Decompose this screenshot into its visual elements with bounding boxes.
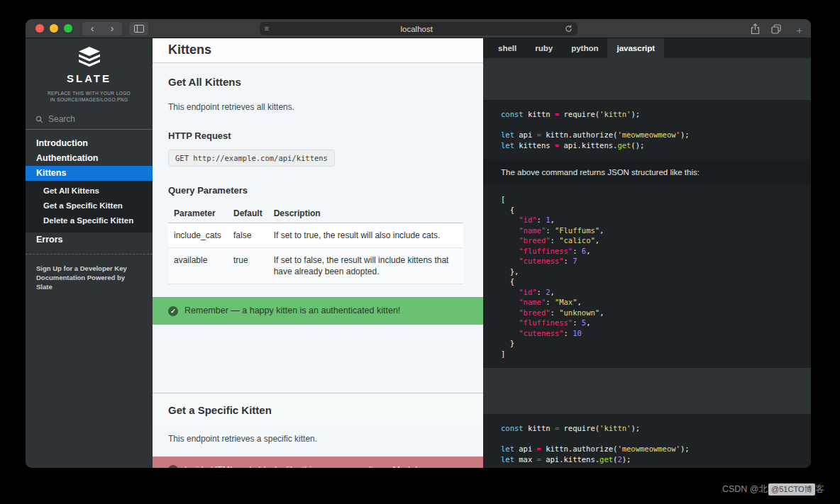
column-header: Description xyxy=(268,204,463,223)
titlebar-right-icons xyxy=(751,19,781,38)
share-icon[interactable] xyxy=(751,23,760,35)
code-line: "name": "Max", xyxy=(501,297,793,308)
slate-logo-icon xyxy=(75,47,104,68)
traffic-lights xyxy=(35,24,72,33)
section-heading-get-a-specific-kitten: Get a Specific Kitten xyxy=(153,393,483,425)
new-tab-button[interactable]: + xyxy=(797,26,802,35)
table-cell: include_cats xyxy=(168,223,228,248)
code-line xyxy=(501,120,793,130)
address-bar[interactable]: ≡ localhost xyxy=(260,22,578,35)
search-box xyxy=(26,114,153,130)
close-window-button[interactable] xyxy=(35,24,44,33)
code-panel: shell ruby python javascript const kittn… xyxy=(483,38,811,468)
sidebar-toggle-button[interactable] xyxy=(129,22,148,35)
code-block: const kittn = require('kittn'); let api … xyxy=(483,100,811,159)
table-cell: true xyxy=(228,248,268,284)
code-line: "id": 2, xyxy=(501,287,793,298)
history-nav: ‹ › xyxy=(82,22,122,35)
page-title: Kittens xyxy=(153,38,483,63)
section-spacer xyxy=(153,325,483,393)
code-line: let kittens = api.kittens.get(); xyxy=(501,140,793,151)
code-line: const kittn = require('kittn'); xyxy=(501,109,793,120)
watermark: CSDN @北@51CTO博客 xyxy=(722,483,824,495)
watermark-badge: @51CTO博 xyxy=(768,483,814,495)
doc-content: Kittens Get All Kittens This endpoint re… xyxy=(153,38,483,468)
lang-tab-javascript[interactable]: javascript xyxy=(607,38,664,58)
signup-developer-key-link[interactable]: Sign Up for a Developer Key xyxy=(36,264,142,273)
code-line xyxy=(501,434,793,444)
refresh-icon[interactable] xyxy=(565,25,573,33)
search-icon xyxy=(35,116,43,123)
forward-button[interactable]: › xyxy=(102,22,122,35)
titlebar: ‹ › ≡ localhost + xyxy=(26,19,811,38)
code-line: [ xyxy=(501,194,793,205)
sidebar-subitems: Get All Kittens Get a Specific Kitten De… xyxy=(26,181,153,233)
code-line: const kittn = require('kittn'); xyxy=(501,423,793,434)
table-cell: available xyxy=(168,248,228,284)
code-line: { xyxy=(501,205,793,215)
code-line: let api = kittn.authorize('meowmeowmeow'… xyxy=(501,444,793,454)
warning-text: Inside HTML code blocks like this one, y… xyxy=(184,464,468,468)
column-header: Default xyxy=(228,204,268,223)
code-panel-gap xyxy=(483,368,811,414)
table-row: available true If set to false, the resu… xyxy=(168,248,463,284)
language-selector: shell ruby python javascript xyxy=(483,38,811,58)
code-panel-gap xyxy=(483,58,811,100)
code-line: let api = kittn.authorize('meowmeowmeow'… xyxy=(501,130,793,140)
tab-overview-icon[interactable] xyxy=(771,24,781,34)
sidebar-icon xyxy=(134,25,144,33)
table-header-row: Parameter Default Description xyxy=(168,204,463,223)
back-button[interactable]: ‹ xyxy=(82,22,102,35)
column-header: Parameter xyxy=(168,204,228,223)
table-cell: false xyxy=(228,223,268,248)
code-line: { xyxy=(501,276,793,287)
search-input[interactable] xyxy=(48,114,143,124)
code-line: "cuteness": 7 xyxy=(501,256,793,267)
url-text: localhost xyxy=(269,25,565,33)
http-request-code: GET http://example.com/api/kittens xyxy=(168,150,335,167)
sidebar-footer: Sign Up for a Developer Key Documentatio… xyxy=(26,254,153,291)
success-text: Remember — a happy kitten is an authenti… xyxy=(184,305,400,317)
code-line: "breed": "calico", xyxy=(501,235,793,246)
code-blocks: const kittn = require('kittn'); let api … xyxy=(483,58,811,468)
sidebar: SLATE REPLACE THIS WITH YOUR LOGO IN SOU… xyxy=(26,38,153,468)
code-line: "breed": "unknown", xyxy=(501,308,793,318)
sidebar-item-introduction[interactable]: Introduction xyxy=(26,136,153,151)
section-description: This endpoint retrieves all kittens. xyxy=(168,102,463,112)
logo-note: REPLACE THIS WITH YOUR LOGO IN SOURCE/IM… xyxy=(26,90,153,103)
code-line: "name": "Fluffums", xyxy=(501,225,793,236)
table-cell: If set to true, the result will also inc… xyxy=(268,223,463,248)
check-circle-icon: ✓ xyxy=(168,306,178,316)
sidebar-subitem-delete-a-specific-kitten[interactable]: Delete a Specific Kitten xyxy=(26,213,153,228)
lang-tab-ruby[interactable]: ruby xyxy=(526,38,562,58)
code-block: [ { "id": 1, "name": "Fluffums", "breed"… xyxy=(483,185,811,368)
code-line: "id": 1, xyxy=(501,215,793,225)
code-line: }, xyxy=(501,267,793,277)
code-line: "cuteness": 10 xyxy=(501,328,793,339)
logo-block: SLATE REPLACE THIS WITH YOUR LOGO IN SOU… xyxy=(26,38,153,103)
lang-tab-python[interactable]: python xyxy=(562,38,607,58)
sidebar-item-authentication[interactable]: Authentication xyxy=(26,151,153,166)
code-line: let max = api.kittens.get(2); xyxy=(501,454,793,465)
query-parameters-heading: Query Parameters xyxy=(168,185,463,196)
code-line: } xyxy=(501,338,793,349)
query-parameters-table: Parameter Default Description include_ca… xyxy=(168,204,463,284)
brand-name: SLATE xyxy=(26,72,153,84)
section-description: This endpoint retrieves a specific kitte… xyxy=(168,434,463,444)
code-annotation: The above command returns JSON structure… xyxy=(483,159,811,185)
minimize-window-button[interactable] xyxy=(50,24,58,33)
success-callout: ✓ Remember — a happy kitten is an authen… xyxy=(153,297,483,325)
code-block: const kittn = require('kittn'); let api … xyxy=(483,414,811,468)
sidebar-nav: Introduction Authentication Kittens Get … xyxy=(26,136,153,291)
lang-tab-shell[interactable]: shell xyxy=(489,38,526,58)
browser-window: ‹ › ≡ localhost + xyxy=(26,19,811,468)
sidebar-item-errors[interactable]: Errors xyxy=(26,233,153,247)
table-row: include_cats false If set to true, the r… xyxy=(168,223,463,248)
sidebar-subitem-get-all-kittens[interactable]: Get All Kittens xyxy=(26,184,153,198)
http-request-heading: HTTP Request xyxy=(168,130,463,141)
powered-by-slate-link[interactable]: Documentation Powered by Slate xyxy=(36,273,142,291)
sidebar-subitem-get-a-specific-kitten[interactable]: Get a Specific Kitten xyxy=(26,198,153,213)
zoom-window-button[interactable] xyxy=(64,24,72,33)
sidebar-item-kittens[interactable]: Kittens xyxy=(26,166,153,181)
code-line: "fluffiness": 5, xyxy=(501,318,793,328)
